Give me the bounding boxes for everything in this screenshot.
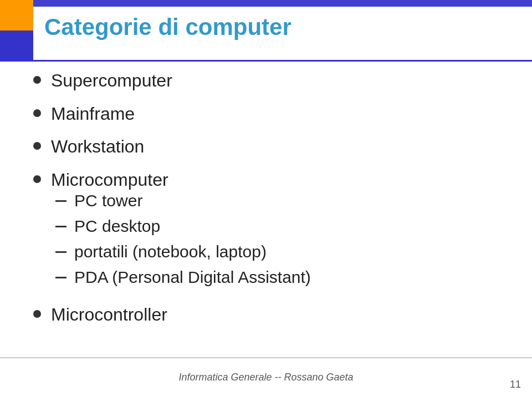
footer: Informatica Generale -- Rossano Gaeta 11 — [0, 357, 532, 396]
sub-dash — [55, 251, 66, 253]
page-number: 11 — [510, 379, 521, 390]
slide: Categorie di computer Supercomputer Main… — [0, 0, 532, 396]
bullet-text-supercomputer: Supercomputer — [51, 69, 172, 93]
sub-text-pc-desktop: PC desktop — [74, 217, 160, 236]
bullet-dot — [33, 175, 41, 183]
sub-item-pc-desktop: PC desktop — [55, 217, 311, 236]
footer-text: Informatica Generale -- Rossano Gaeta — [178, 372, 353, 383]
sub-dash — [55, 277, 66, 278]
blue-block — [0, 31, 33, 61]
slide-title: Categorie di computer — [44, 6, 521, 40]
bullet-dot — [33, 109, 41, 117]
bullet-item-mainframe: Mainframe — [33, 103, 510, 126]
bullet-dot — [33, 310, 41, 318]
content-area: Supercomputer Mainframe Workstation Micr… — [33, 69, 510, 352]
bullet-text-microcontroller: Microcontroller — [51, 303, 167, 327]
bullet-text-mainframe: Mainframe — [51, 103, 135, 126]
sub-dash — [55, 226, 66, 227]
sub-dash — [55, 200, 66, 202]
bullet-item-microcontroller: Microcontroller — [33, 303, 510, 327]
sub-item-portatili: portatili (notebook, laptop) — [55, 242, 311, 261]
bullet-dot — [33, 142, 41, 150]
color-blocks — [0, 0, 33, 61]
title-area: Categorie di computer — [44, 6, 521, 40]
sub-text-pc-tower: PC tower — [74, 191, 142, 210]
bullet-dot — [33, 76, 41, 84]
bullet-text-workstation: Workstation — [51, 135, 144, 159]
sub-text-portatili: portatili (notebook, laptop) — [74, 242, 267, 261]
bullet-list: Supercomputer Mainframe Workstation Micr… — [33, 69, 510, 327]
bullet-item-microcomputer: Microcomputer PC tower PC desktop portat… — [33, 169, 510, 294]
bullet-item-workstation: Workstation — [33, 135, 510, 159]
sub-item-pc-tower: PC tower — [55, 191, 311, 210]
title-rule — [0, 60, 532, 62]
sub-text-pda: PDA (Personal Digital Assistant) — [74, 268, 311, 287]
bullet-text-microcomputer: Microcomputer — [51, 169, 168, 192]
bullet-item-supercomputer: Supercomputer — [33, 69, 510, 93]
sub-item-pda: PDA (Personal Digital Assistant) — [55, 268, 311, 287]
orange-block — [0, 0, 33, 31]
sub-list-microcomputer: PC tower PC desktop portatili (notebook,… — [55, 191, 311, 293]
